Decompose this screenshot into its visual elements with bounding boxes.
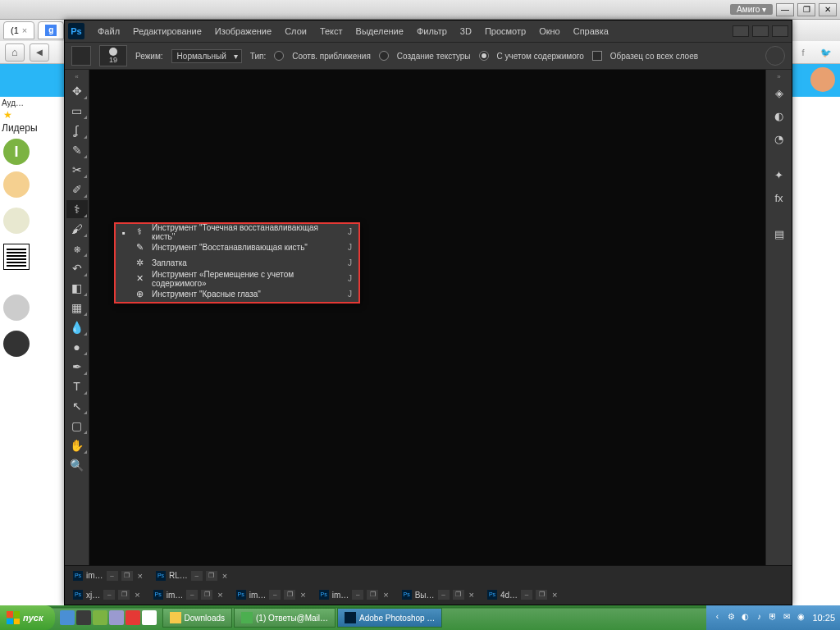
taskbar-item-mail[interactable]: (1) Ответы@Mail… (234, 608, 336, 628)
mode-select[interactable]: Нормальный (171, 49, 242, 63)
browser-brand[interactable]: Амиго ▾ (730, 4, 773, 15)
ql-opera-icon[interactable] (126, 610, 140, 625)
radio-texture[interactable] (379, 51, 389, 61)
ps-maximize-button[interactable] (752, 25, 769, 37)
paths-panel-icon[interactable]: ◔ (769, 130, 790, 149)
ql-icon[interactable] (142, 610, 157, 625)
history-brush-tool[interactable]: ↶ (66, 259, 88, 277)
current-tool-icon[interactable] (71, 46, 91, 66)
doc-min-icon[interactable]: – (191, 571, 203, 581)
menu-window[interactable]: Окно (532, 21, 567, 42)
brush-size-picker[interactable]: 19 (99, 45, 127, 66)
zoom-tool[interactable]: 🔍 (66, 456, 88, 474)
tray-icon[interactable]: ⛨ (767, 612, 778, 623)
ql-icon[interactable] (76, 610, 91, 625)
styles-panel-icon[interactable]: fx (769, 189, 790, 208)
doc-close-icon[interactable]: × (221, 571, 229, 581)
tray-icon[interactable]: ◐ (739, 612, 751, 623)
blur-tool[interactable]: 💧 (66, 318, 88, 336)
adjustments-panel-icon[interactable]: ✦ (769, 166, 790, 185)
avatar[interactable] (3, 208, 30, 234)
sample-all-checkbox[interactable] (592, 51, 602, 61)
flyout-item-red-eye[interactable]: ⊕ Инструмент "Красные глаза" J (116, 286, 358, 302)
panel-collapse-icon[interactable]: » (766, 73, 792, 81)
ps-close-button[interactable] (772, 25, 788, 37)
start-button[interactable]: пуск (0, 605, 55, 630)
doc-close-icon[interactable]: × (136, 571, 144, 581)
eyedropper-tool[interactable]: ✐ (66, 180, 88, 199)
lasso-tool[interactable]: ʆ (66, 121, 88, 139)
pressure-icon[interactable] (765, 46, 785, 66)
quick-select-tool[interactable]: ✎ (66, 141, 88, 159)
menu-edit[interactable]: Редактирование (126, 21, 208, 42)
channels-panel-icon[interactable]: ◐ (769, 107, 790, 126)
stamp-tool[interactable]: ⎈ (66, 240, 88, 258)
crop-tool[interactable]: ✂ (66, 161, 88, 179)
doc-restore-icon[interactable]: ❐ (121, 571, 133, 581)
user-avatar[interactable] (810, 67, 835, 92)
menu-help[interactable]: Справка (567, 21, 615, 42)
tray-icon[interactable]: ◉ (795, 612, 806, 623)
history-panel-icon[interactable]: ▤ (769, 225, 790, 244)
ql-icon[interactable] (109, 610, 124, 625)
marquee-tool[interactable]: ▭ (66, 102, 88, 120)
eraser-tool[interactable]: ◧ (66, 279, 88, 297)
ql-browser-icon[interactable] (60, 610, 75, 625)
avatar[interactable]: I (3, 139, 30, 165)
brush-tool[interactable]: 🖌 (66, 220, 88, 238)
twitter-icon[interactable]: 🐦 (817, 43, 835, 62)
maximize-button[interactable]: ❐ (797, 3, 815, 16)
tray-icon[interactable]: ‹ (711, 612, 723, 623)
shape-tool[interactable]: ▢ (66, 417, 88, 435)
menu-view[interactable]: Просмотр (478, 21, 532, 42)
tray-icon[interactable]: ♪ (753, 612, 765, 623)
browser-tab[interactable]: g (38, 21, 64, 39)
flyout-item-spot-healing[interactable]: ⚕ Инструмент "Точечная восстанавливающая… (116, 224, 358, 240)
path-select-tool[interactable]: ↖ (66, 397, 88, 415)
avatar[interactable] (3, 171, 30, 198)
radio-proximity[interactable] (274, 51, 284, 61)
home-button[interactable]: ⌂ (5, 43, 25, 62)
taskbar-item-photoshop[interactable]: Adobe Photoshop … (337, 608, 442, 628)
flyout-item-content-aware-move[interactable]: ✕ Инструмент «Перемещение с учетом содер… (116, 271, 358, 286)
document-tab[interactable]: Psxj…–❐× (68, 587, 147, 603)
doc-restore-icon[interactable]: ❐ (206, 571, 217, 581)
radio-content-aware[interactable] (479, 51, 489, 61)
menu-layers[interactable]: Слои (278, 21, 313, 42)
menu-text[interactable]: Текст (313, 21, 349, 42)
minimize-button[interactable]: — (776, 3, 794, 16)
avatar[interactable] (3, 331, 30, 357)
hand-tool[interactable]: ✋ (66, 436, 88, 454)
gradient-tool[interactable]: ▦ (66, 299, 88, 317)
avatar[interactable] (3, 294, 30, 321)
ps-canvas-area[interactable]: ⚕ Инструмент "Точечная восстанавливающая… (89, 70, 765, 565)
taskbar-clock[interactable]: 10:25 (809, 613, 835, 623)
tab-close-icon[interactable]: × (22, 25, 27, 35)
document-tab[interactable]: Ps4d…–❐× (482, 587, 564, 603)
pen-tool[interactable]: ✒ (66, 358, 88, 376)
avatar-qr[interactable] (3, 244, 30, 270)
document-tab[interactable]: PsВы…–❐× (397, 587, 481, 603)
document-tab[interactable]: Psim…–❐× (231, 587, 313, 603)
doc-min-icon[interactable]: – (107, 571, 118, 581)
menu-file[interactable]: Файл (91, 21, 126, 42)
document-tab[interactable]: Psim…–❐× (314, 587, 395, 603)
dodge-tool[interactable]: ● (66, 338, 88, 356)
menu-select[interactable]: Выделение (349, 21, 410, 42)
document-tab[interactable]: Ps RL… – ❐ × (151, 568, 234, 584)
menu-image[interactable]: Изображение (208, 21, 278, 42)
tray-icon[interactable]: ✉ (781, 612, 792, 623)
browser-tab[interactable]: (1 × (3, 21, 34, 39)
ql-icon[interactable] (93, 610, 107, 625)
ps-minimize-button[interactable] (733, 25, 749, 37)
toolbar-collapse-icon[interactable]: « (65, 73, 89, 81)
type-tool[interactable]: T (66, 377, 88, 395)
taskbar-item-downloads[interactable]: Downloads (162, 608, 232, 628)
document-tab[interactable]: Ps im… – ❐ × (68, 568, 149, 584)
flyout-item-healing[interactable]: ✎ Инструмент "Восстанавливающая кисть" J (116, 240, 358, 255)
menu-filter[interactable]: Фильтр (410, 21, 454, 42)
move-tool[interactable]: ✥ (66, 82, 88, 100)
facebook-icon[interactable]: f (794, 43, 812, 62)
layers-panel-icon[interactable]: ◈ (769, 84, 790, 103)
flyout-item-patch[interactable]: ✲ Заплатка J (116, 255, 358, 271)
